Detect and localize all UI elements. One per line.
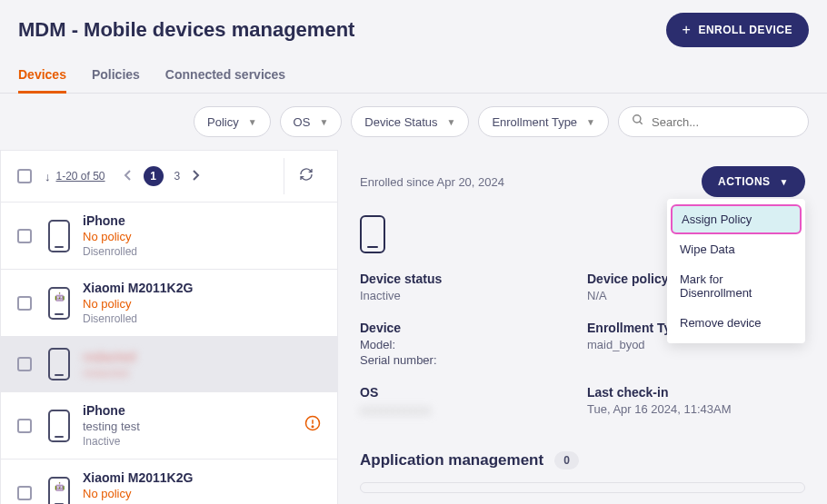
device-info: iPhone testing test Inactive — [83, 403, 304, 448]
device-name: redacted — [83, 350, 328, 364]
detail-panel: Enrolled since Apr 20, 2024 ACTIONS ▼ As… — [338, 150, 827, 504]
app-count-badge: 0 — [554, 451, 579, 469]
device-row[interactable]: Xiaomi M2011K2G No policy Disenrolled — [1, 460, 337, 504]
device-detail-icon — [360, 215, 385, 253]
phone-icon — [48, 477, 70, 505]
svg-line-1 — [640, 122, 643, 124]
chevron-down-icon: ▼ — [586, 117, 595, 127]
device-row[interactable]: Xiaomi M2011K2G No policy Disenrolled — [1, 270, 337, 337]
plus-icon: + — [683, 22, 692, 38]
page-current[interactable]: 1 — [144, 166, 164, 186]
tab-connected-services[interactable]: Connected services — [165, 60, 285, 93]
actions-label: ACTIONS — [718, 175, 771, 188]
device-policy: redacted — [83, 366, 328, 380]
device-model: Model: — [360, 338, 578, 351]
pagination-row: ↓ 1-20 of 50 1 3 — [1, 151, 337, 203]
chevron-down-icon: ▼ — [248, 117, 257, 127]
device-status: Inactive — [83, 435, 304, 448]
sort-icon[interactable]: ↓ — [45, 170, 51, 183]
device-policy: testing test — [83, 420, 304, 433]
device-name: Xiaomi M2011K2G — [83, 281, 328, 295]
row-checkbox[interactable] — [17, 357, 32, 371]
device-name: Xiaomi M2011K2G — [83, 470, 328, 485]
row-checkbox[interactable] — [17, 486, 32, 500]
svg-point-0 — [633, 115, 641, 123]
filter-bar: Policy ▼ OS ▼ Device Status ▼ Enrollment… — [0, 94, 827, 150]
chevron-down-icon: ▼ — [319, 117, 328, 127]
device-row[interactable]: iPhone No policy Disenrolled — [1, 203, 337, 270]
page-next[interactable] — [185, 169, 205, 183]
enrolled-since: Enrolled since Apr 20, 2024 — [360, 175, 504, 189]
device-info: redacted redacted — [83, 350, 328, 380]
page-prev[interactable] — [118, 169, 138, 183]
device-status-label: Device status — [360, 272, 578, 286]
refresh-button[interactable] — [284, 158, 328, 194]
action-wipe-data[interactable]: Wipe Data — [667, 234, 805, 264]
app-management-container — [360, 482, 805, 493]
device-status-value: Inactive — [360, 289, 578, 302]
device-list-panel: ↓ 1-20 of 50 1 3 iPhone No policy Disenr… — [0, 150, 338, 504]
device-policy: No policy — [83, 297, 328, 311]
enroll-device-button[interactable]: + ENROLL DEVICE — [666, 13, 809, 47]
chevron-down-icon: ▼ — [780, 177, 789, 187]
os-label: OS — [360, 385, 578, 400]
chevron-down-icon: ▼ — [446, 117, 455, 127]
main-tabs: Devices Policies Connected services — [0, 56, 827, 94]
action-remove-device[interactable]: Remove device — [667, 308, 805, 338]
device-label: Device — [360, 321, 578, 335]
filter-os[interactable]: OS ▼ — [280, 106, 343, 137]
device-row[interactable]: iPhone testing test Inactive — [1, 392, 337, 460]
row-checkbox[interactable] — [17, 419, 32, 433]
device-policy: No policy — [83, 487, 328, 500]
phone-icon — [48, 410, 70, 442]
warning-icon — [304, 415, 321, 436]
filter-policy[interactable]: Policy ▼ — [194, 106, 271, 137]
action-mark-disenrollment[interactable]: Mark for Disenrollment — [667, 264, 805, 308]
phone-icon — [48, 220, 70, 252]
device-name: iPhone — [83, 403, 304, 418]
actions-button[interactable]: ACTIONS ▼ — [702, 166, 805, 197]
search-container — [618, 106, 809, 137]
last-checkin-value: Tue, Apr 16 2024, 11:43AM — [587, 402, 805, 416]
filter-policy-label: Policy — [207, 115, 239, 129]
device-row[interactable]: redacted redacted — [1, 337, 337, 392]
device-status: Disenrolled — [83, 245, 328, 258]
tab-policies[interactable]: Policies — [92, 60, 140, 93]
row-checkbox[interactable] — [17, 296, 32, 311]
row-checkbox[interactable] — [17, 229, 32, 243]
phone-icon — [48, 287, 70, 320]
filter-device-status[interactable]: Device Status ▼ — [351, 106, 469, 137]
tab-devices[interactable]: Devices — [18, 60, 66, 94]
page-3[interactable]: 3 — [174, 170, 181, 183]
app-management-heading: Application management — [360, 451, 543, 469]
device-info: Xiaomi M2011K2G No policy Disenrolled — [83, 470, 328, 504]
phone-icon — [48, 348, 70, 380]
device-info: Xiaomi M2011K2G No policy Disenrolled — [83, 281, 328, 325]
last-checkin-label: Last check-in — [587, 385, 805, 400]
device-serial: Serial number: — [360, 353, 578, 367]
svg-point-4 — [312, 426, 314, 428]
filter-os-label: OS — [294, 115, 311, 129]
device-status: Disenrolled — [83, 312, 328, 325]
filter-device-status-label: Device Status — [364, 115, 437, 129]
search-icon — [632, 114, 644, 130]
actions-menu: Assign Policy Wipe Data Mark for Disenro… — [667, 199, 805, 343]
page-title: MDM - Mobile devices management — [18, 18, 354, 42]
filter-enrollment-type-label: Enrollment Type — [492, 115, 577, 129]
action-assign-policy[interactable]: Assign Policy — [671, 204, 802, 234]
pagination-range[interactable]: 1-20 of 50 — [56, 170, 105, 183]
device-policy: No policy — [83, 230, 328, 243]
device-name: iPhone — [83, 213, 328, 228]
device-info: iPhone No policy Disenrolled — [83, 213, 328, 258]
filter-enrollment-type[interactable]: Enrollment Type ▼ — [478, 106, 609, 137]
os-value-blurred: xxxxxxxxxxxx — [360, 403, 578, 417]
select-all-checkbox[interactable] — [17, 169, 32, 183]
enroll-device-label: ENROLL DEVICE — [698, 24, 792, 36]
search-input[interactable] — [652, 115, 804, 129]
